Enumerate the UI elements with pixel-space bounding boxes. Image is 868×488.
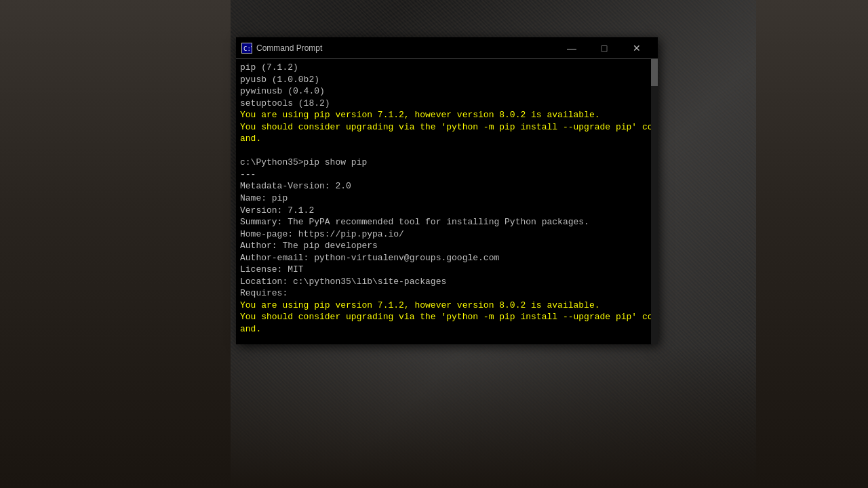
bg-bottom <box>231 346 756 488</box>
desktop: C:\ Command Prompt — □ ✕ pip (7.1.2) pyu… <box>0 0 868 488</box>
cmd-title: Command Prompt <box>256 43 556 53</box>
scrollbar-thumb[interactable] <box>651 59 658 86</box>
close-button[interactable]: ✕ <box>621 37 652 59</box>
window-controls: — □ ✕ <box>556 37 652 59</box>
minimize-button[interactable]: — <box>556 37 587 59</box>
svg-text:C:\: C:\ <box>243 45 252 52</box>
terminal-content[interactable]: pip (7.1.2) pyusb (1.0.0b2) pywinusb (0.… <box>236 59 658 344</box>
cmd-titlebar: C:\ Command Prompt — □ ✕ <box>236 37 658 59</box>
maximize-button[interactable]: □ <box>589 37 620 59</box>
bg-right <box>756 0 868 488</box>
scrollbar[interactable] <box>651 59 658 344</box>
cmd-window: C:\ Command Prompt — □ ✕ pip (7.1.2) pyu… <box>236 37 658 344</box>
bg-left <box>0 0 231 488</box>
terminal-output: pip (7.1.2) pyusb (1.0.0b2) pywinusb (0.… <box>240 62 654 344</box>
cmd-icon: C:\ <box>241 43 252 54</box>
